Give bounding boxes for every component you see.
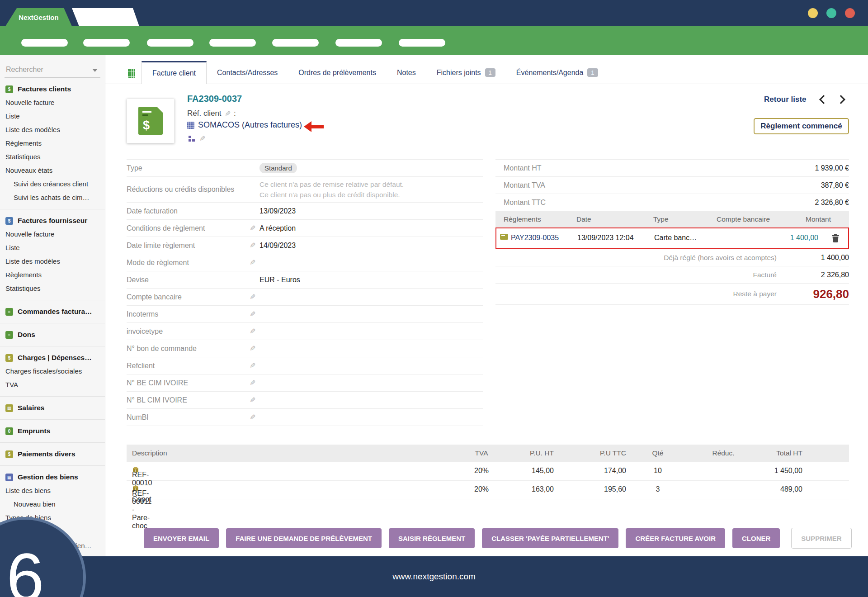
sidebar-title-factures-clients[interactable]: $Factures clients [0,82,105,96]
window-dot-teal-icon[interactable] [826,8,836,18]
sidebar-title-emprunts[interactable]: 0Emprunts [0,424,105,438]
payment-row-highlighted[interactable]: PAY2309-0035 13/09/2023 12:04 Carte banc… [495,227,849,249]
sidebar-title-dons[interactable]: ≡Dons [0,328,105,341]
edit-pencil-icon[interactable] [250,224,259,232]
tab-facture-client[interactable]: Facture client [142,61,207,84]
already-paid-row: Déjà réglé (hors avoirs et acomptes) 1 4… [495,249,849,266]
delete-button[interactable]: SUPPRIMER [791,528,851,549]
invoice-client-icon: $ [5,85,13,93]
product-row: REF-00010 - Capot 20% 145,00 174,00 10 1… [127,462,849,481]
edit-pencil-icon[interactable] [250,258,259,267]
product-link[interactable]: REF-00011 - Pare-choc [132,485,139,492]
edit-pencil-icon[interactable] [225,109,231,118]
nav-menu-placeholder[interactable] [21,39,68,47]
enter-payment-button[interactable]: SAISIR RÈGLEMENT [389,528,475,548]
window-dot-yellow-icon[interactable] [808,8,818,18]
sidebar-item[interactable]: Nouvelle facture [0,227,105,241]
direct-debit-request-button[interactable]: FAIRE UNE DEMANDE DE PRÉLÈVEMENT [226,528,382,548]
detail-row-refclient: Refclient [127,357,483,374]
nav-menu-placeholder[interactable] [335,39,382,47]
sidebar-item[interactable]: Statistiques [0,150,105,164]
delete-payment-trash-icon[interactable] [832,234,839,244]
sidebar-item[interactable]: Nouvelle facture [0,96,105,109]
detail-row-bon-commande: N° bon de commande [127,340,483,357]
detail-row-type: Type Standard [127,160,483,177]
loans-icon: 0 [5,427,13,435]
sidebar-item[interactable]: Liste [0,109,105,123]
brand-name: NextGestion [19,14,58,21]
edit-pencil-icon[interactable] [250,241,259,250]
sidebar-item[interactable]: Charges fiscales/sociales [0,365,105,378]
sidebar-item[interactable]: Statistiques [0,282,105,295]
sidebar-item[interactable]: Suivi les achats de cim… [0,191,105,204]
misc-payments-icon: $ [5,450,13,458]
app-window: NextGestion Rechercher $Factures clients… [0,0,868,597]
sidebar-title-charges[interactable]: $Charges | Dépenses… [0,351,105,365]
sidebar-title-factures-fournisseur[interactable]: $Factures fournisseur [0,214,105,227]
detail-row-conditions: Conditions de règlement A réception [127,220,483,237]
edit-pencil-icon[interactable] [199,134,205,143]
sidebar-title-commandes[interactable]: ≡Commandes factura… [0,305,105,318]
brand-logo[interactable]: NextGestion [5,8,72,26]
invoice-icon-card: $ [127,99,175,143]
edit-pencil-icon[interactable] [250,310,259,318]
edit-pencil-icon[interactable] [250,396,259,404]
product-link[interactable]: REF-00010 - Capot [132,466,139,474]
sidebar-item[interactable]: Liste des modèles [0,123,105,137]
sidebar-item[interactable]: Liste [0,241,105,255]
sidebar-item[interactable]: Nouveaux états [0,164,105,177]
edit-pencil-icon[interactable] [250,361,259,370]
nav-menu-placeholder[interactable] [83,39,130,47]
payment-amount[interactable]: 1 400,00 [790,234,818,242]
sidebar-item[interactable]: Règlements [0,268,105,282]
sidebar-item[interactable]: Nouveau bien [0,498,105,511]
detail-row-devise: Devise EUR - Euros [127,271,483,289]
search-input[interactable]: Rechercher [5,55,100,78]
send-email-button[interactable]: ENVOYER EMAIL [144,528,219,548]
payment-ref-link[interactable]: PAY2309-0035 [511,234,559,242]
nav-menu-placeholder[interactable] [147,39,193,47]
edit-pencil-icon[interactable] [250,413,259,422]
amount-row-ttc: Montant TTC 2 326,80 € [495,194,849,211]
detail-row-invoicetype: invoicetype [127,323,483,340]
sidebar-title-gestion-biens[interactable]: ▦Gestion des biens [0,470,105,484]
orders-icon: ≡ [5,308,13,316]
footer-url[interactable]: www.nextgestion.com [392,572,476,582]
sidebar-item[interactable]: Liste des biens [0,484,105,498]
edit-pencil-icon[interactable] [250,293,259,301]
detail-row-reductions: Réductions ou crédits disponibles Ce cli… [127,177,483,203]
client-link[interactable]: SOMACOS (Autres factures) [198,120,302,130]
detail-row-numbl: NumBl [127,409,483,426]
nav-menu-placeholder[interactable] [399,39,445,47]
nav-menu-placeholder[interactable] [272,39,319,47]
previous-invoice-icon[interactable] [819,95,828,104]
back-to-list-link[interactable]: Retour liste [764,95,807,104]
sidebar-item[interactable]: TVA [0,378,105,392]
clone-button[interactable]: CLONER [732,528,780,548]
chevron-down-icon[interactable] [92,69,98,72]
edit-pencil-icon[interactable] [250,379,259,387]
logo-parallelogram [72,8,139,26]
expenses-icon: $ [5,354,13,362]
edit-pencil-icon[interactable] [250,327,259,336]
sidebar-title-paiements-divers[interactable]: $Paiements divers [0,447,105,461]
tab-contacts-adresses[interactable]: Contacts/Adresses [207,61,288,84]
tab-evenements-agenda[interactable]: Événements/Agenda1 [506,61,609,84]
sidebar-item[interactable]: Règlements [0,137,105,150]
sidebar-item[interactable]: Suivi des créances client [0,177,105,191]
sidebar-item[interactable]: Liste des modèles [0,255,105,268]
classify-partially-paid-button[interactable]: CLASSER 'PAYÉE PARTIELLEMENT' [482,528,618,548]
tab-fichiers-joints[interactable]: Fichiers joints1 [426,61,506,84]
client-row: SOMACOS (Autres factures) [187,120,302,130]
window-dot-red-icon[interactable] [845,8,855,18]
nav-menu-placeholder[interactable] [209,39,256,47]
status-badge[interactable]: Règlement commencé [754,118,849,134]
hierarchy-icon[interactable] [189,135,195,142]
tab-ordres-prelevements[interactable]: Ordres de prélèvements [288,61,387,84]
edit-pencil-icon[interactable] [250,344,259,353]
tab-notes[interactable]: Notes [387,61,426,84]
detail-row-be-cim: N° BE CIM IVOIRE [127,374,483,392]
next-invoice-icon[interactable] [836,95,845,104]
sidebar-title-salaires[interactable]: ▦Salaires [0,401,105,415]
create-credit-note-button[interactable]: CRÉER FACTURE AVOIR [626,528,725,548]
